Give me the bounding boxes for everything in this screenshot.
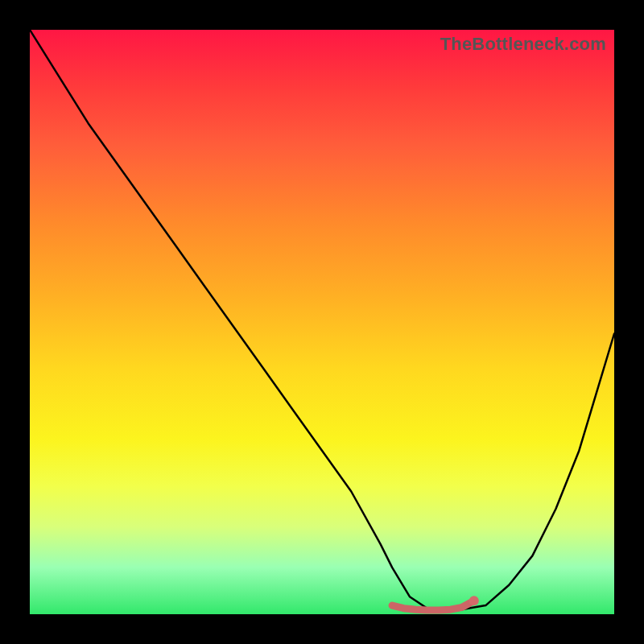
chart-svg xyxy=(30,30,614,614)
chart-frame: TheBottleneck.com xyxy=(0,0,644,644)
bottleneck-marker-path xyxy=(392,601,474,610)
bottleneck-marker-endpoint xyxy=(469,596,479,605)
chart-plot-area: TheBottleneck.com xyxy=(30,30,614,614)
bottleneck-curve-path xyxy=(30,30,614,611)
